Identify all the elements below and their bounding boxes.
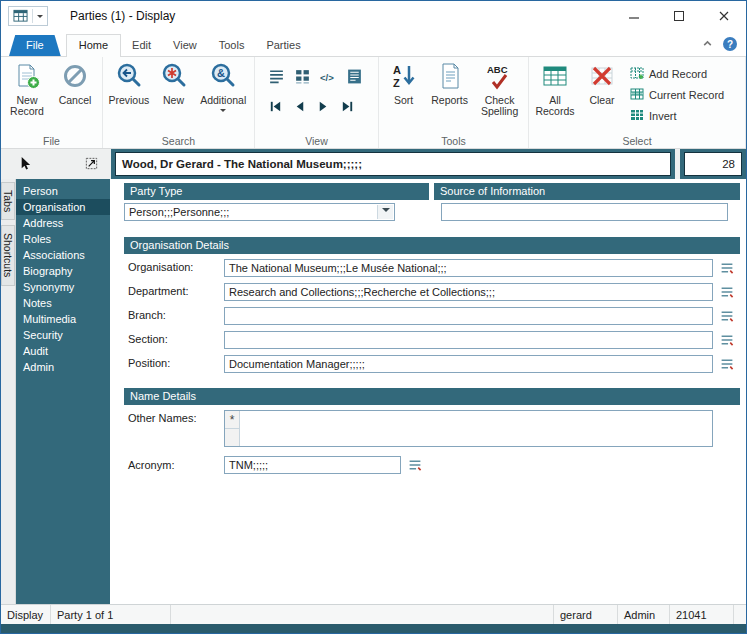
cancel-icon bbox=[61, 62, 89, 93]
acronym-input[interactable]: TNM;;;;; bbox=[224, 456, 401, 474]
svg-text:&: & bbox=[217, 67, 225, 79]
source-of-information-input[interactable] bbox=[441, 203, 728, 221]
multilingual-icon[interactable] bbox=[720, 261, 734, 277]
multilingual-icon[interactable] bbox=[720, 357, 734, 373]
branch-input[interactable] bbox=[224, 307, 713, 325]
close-button[interactable] bbox=[701, 1, 746, 31]
clear-icon bbox=[588, 62, 616, 93]
new-record-button[interactable]: New Record bbox=[4, 59, 50, 134]
previous-record-button[interactable] bbox=[292, 99, 307, 116]
sidebar-item-address[interactable]: Address bbox=[16, 215, 110, 231]
sidebar-item-roles[interactable]: Roles bbox=[16, 231, 110, 247]
add-record-button[interactable]: Add Record bbox=[630, 66, 724, 82]
code-view-button[interactable]: </> bbox=[320, 68, 337, 87]
tab-edit[interactable]: Edit bbox=[121, 35, 162, 56]
check-spelling-icon: ABC bbox=[486, 62, 514, 93]
chevron-down-icon[interactable] bbox=[37, 15, 43, 21]
multilingual-icon[interactable] bbox=[720, 309, 734, 325]
help-icon[interactable]: ? bbox=[723, 37, 737, 51]
window-title: Parties (1) - Display bbox=[70, 9, 175, 23]
ribbon-group-select: All Records Clear Add Record Current Rec… bbox=[529, 57, 746, 148]
sort-button[interactable]: AZ Sort bbox=[382, 59, 425, 134]
department-input[interactable]: Research and Collections;;;Recherche et … bbox=[224, 283, 713, 301]
sidebar-item-notes[interactable]: Notes bbox=[16, 295, 110, 311]
app-icon[interactable] bbox=[13, 8, 28, 25]
position-input[interactable]: Documentation Manager;;;;; bbox=[224, 355, 713, 373]
organisation-form: Party Type Source of Information Person;… bbox=[110, 179, 746, 604]
svg-text:ABC: ABC bbox=[487, 64, 508, 75]
rail-tab-shortcuts[interactable]: Shortcuts bbox=[1, 225, 15, 285]
record-bar-tools bbox=[1, 149, 111, 179]
ribbon-group-file: New Record Cancel File bbox=[1, 57, 103, 148]
sidebar-item-organisation[interactable]: Organisation bbox=[16, 199, 110, 215]
branch-label: Branch: bbox=[128, 309, 166, 321]
next-record-button[interactable] bbox=[316, 99, 331, 116]
other-names-label: Other Names: bbox=[128, 412, 196, 424]
sidebar-item-security[interactable]: Security bbox=[16, 327, 110, 343]
tab-file[interactable]: File bbox=[9, 35, 61, 56]
multilingual-icon[interactable] bbox=[720, 333, 734, 349]
group-label-view: View bbox=[255, 135, 378, 147]
new-record-label: New Record bbox=[4, 95, 50, 118]
current-record-button[interactable]: Current Record bbox=[630, 87, 724, 103]
sidebar-item-multimedia[interactable]: Multimedia bbox=[16, 311, 110, 327]
other-names-grid[interactable]: * bbox=[224, 410, 713, 447]
first-record-button[interactable] bbox=[268, 99, 283, 116]
all-records-button[interactable]: All Records bbox=[532, 59, 578, 134]
group-label-search: Search bbox=[103, 135, 254, 147]
sidebar-item-associations[interactable]: Associations bbox=[16, 247, 110, 263]
status-session-number: 21041 bbox=[670, 605, 734, 624]
multilingual-icon[interactable] bbox=[408, 458, 422, 474]
additional-search-button[interactable]: & Additional bbox=[195, 59, 251, 134]
previous-search-button[interactable]: Previous bbox=[106, 59, 152, 134]
page-view-button[interactable] bbox=[346, 68, 363, 87]
app-window: Parties (1) - Display File Home Edit Vie… bbox=[0, 0, 747, 634]
minimize-button[interactable] bbox=[611, 1, 656, 31]
invert-button[interactable]: Invert bbox=[630, 108, 724, 124]
maximize-button[interactable] bbox=[656, 1, 701, 31]
last-record-button[interactable] bbox=[340, 99, 355, 116]
section-input[interactable] bbox=[224, 331, 713, 349]
clear-button[interactable]: Clear bbox=[580, 59, 624, 134]
grid-view-button[interactable] bbox=[294, 68, 311, 87]
status-record-position: Party 1 of 1 bbox=[51, 605, 171, 624]
new-search-button[interactable]: New bbox=[154, 59, 194, 134]
department-label: Department: bbox=[128, 285, 189, 297]
cursor-tool-icon[interactable] bbox=[17, 156, 32, 173]
check-spelling-button[interactable]: ABC Check Spelling bbox=[474, 59, 525, 134]
status-mode: Display bbox=[1, 605, 51, 624]
check-spelling-label: Check Spelling bbox=[474, 95, 525, 118]
organisation-input[interactable]: The National Museum;;;Le Musée National;… bbox=[224, 259, 713, 277]
sidebar-item-synonymy[interactable]: Synonymy bbox=[16, 279, 110, 295]
collapse-ribbon-icon[interactable] bbox=[702, 38, 713, 51]
tab-home[interactable]: Home bbox=[66, 34, 121, 57]
status-user: gerard bbox=[554, 605, 618, 624]
tab-parties[interactable]: Parties bbox=[255, 35, 311, 56]
tab-view[interactable]: View bbox=[162, 35, 208, 56]
reports-icon bbox=[436, 62, 464, 93]
combo-dropdown-button[interactable] bbox=[377, 205, 393, 219]
sidebar-item-person[interactable]: Person bbox=[16, 183, 110, 199]
sidebar-item-audit[interactable]: Audit bbox=[16, 343, 110, 359]
cancel-button[interactable]: Cancel bbox=[52, 59, 98, 134]
reports-button[interactable]: Reports bbox=[427, 59, 472, 134]
select-record-icon[interactable] bbox=[84, 156, 99, 173]
svg-text:A: A bbox=[393, 64, 401, 76]
party-type-combobox[interactable]: Person;;;Personne;;; bbox=[124, 203, 395, 221]
titlebar: Parties (1) - Display bbox=[1, 1, 746, 31]
current-record-label: Current Record bbox=[649, 89, 724, 101]
bottom-accent-strip bbox=[1, 624, 746, 633]
ribbon-group-search: Previous New & Additional Search bbox=[103, 57, 255, 148]
list-view-button[interactable] bbox=[268, 68, 285, 87]
sidebar-item-biography[interactable]: Biography bbox=[16, 263, 110, 279]
rail-tab-tabs[interactable]: Tabs bbox=[1, 182, 15, 220]
record-summary: Wood, Dr Gerard - The National Museum;;;… bbox=[115, 152, 671, 176]
sidebar-item-admin[interactable]: Admin bbox=[16, 359, 110, 375]
ribbon-group-tools: AZ Sort Reports ABC Check Spelling Tools bbox=[379, 57, 529, 148]
position-row: Position: Documentation Manager;;;;; bbox=[110, 355, 746, 373]
resize-grip bbox=[734, 605, 746, 624]
multilingual-icon[interactable] bbox=[720, 285, 734, 301]
status-group: Admin bbox=[618, 605, 670, 624]
new-row-button[interactable]: * bbox=[225, 411, 239, 429]
tab-tools[interactable]: Tools bbox=[208, 35, 256, 56]
